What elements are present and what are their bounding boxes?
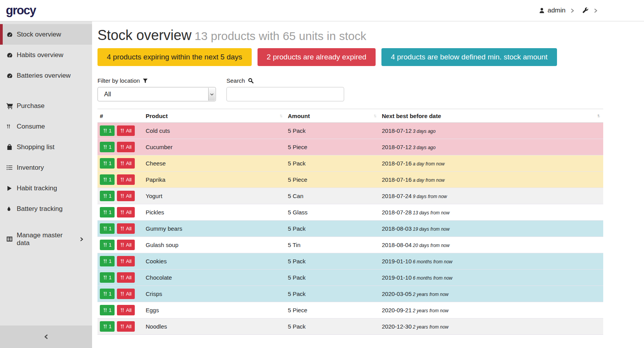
search-label-text: Search (226, 77, 245, 84)
utensils-icon (120, 209, 124, 215)
sidebar-item-purchase[interactable]: Purchase (0, 96, 92, 116)
consume-one-button[interactable]: 1 (100, 289, 115, 299)
consume-one-button[interactable]: 1 (100, 321, 115, 332)
consume-all-button[interactable]: All (117, 289, 134, 299)
consume-all-button[interactable]: All (117, 256, 134, 266)
user-menu[interactable]: admin (539, 7, 566, 14)
utensils-icon (120, 177, 124, 183)
utensils-icon (103, 160, 107, 166)
product-amount: 5 Glass (285, 204, 379, 221)
sidebar-collapse-button[interactable] (0, 325, 92, 348)
consume-all-button[interactable]: All (117, 158, 134, 169)
search-group: Search (226, 77, 344, 101)
consume-one-button[interactable]: 1 (100, 174, 115, 185)
consume-all-button[interactable]: All (117, 321, 134, 332)
consume-all-button[interactable]: All (117, 223, 134, 234)
chevron-right-icon (79, 237, 87, 242)
consume-one-label: 1 (109, 209, 111, 215)
sidebar-item-label: Consume (17, 123, 45, 130)
product-amount: 5 Pack (285, 270, 379, 286)
consume-one-label: 1 (109, 258, 111, 264)
sidebar-item-label: Battery tracking (17, 205, 63, 213)
consume-one-button[interactable]: 1 (100, 240, 115, 250)
utensils-icon (120, 324, 124, 329)
tachometer-icon (6, 52, 14, 59)
utensils-icon (103, 275, 107, 280)
consume-one-label: 1 (109, 144, 111, 150)
app-logo[interactable]: grocy (6, 3, 36, 17)
consume-all-button[interactable]: All (117, 125, 134, 136)
column-header-product[interactable]: Product↑↓ (143, 109, 285, 123)
consume-one-label: 1 (109, 307, 111, 313)
search-input[interactable] (226, 87, 344, 101)
settings-menu[interactable] (582, 7, 589, 14)
consume-all-button[interactable]: All (117, 272, 134, 283)
row-actions: 1All (100, 191, 140, 201)
date-value: 2018-07-12 (382, 127, 412, 134)
product-amount: 5 Piece (285, 172, 379, 188)
utensils-icon (103, 242, 107, 248)
list-icon (6, 164, 14, 171)
product-amount: 5 Pack (285, 123, 379, 139)
sidebar-item-label: Habit tracking (17, 184, 57, 192)
consume-all-button[interactable]: All (117, 142, 134, 152)
utensils-icon (6, 124, 14, 129)
best-before-date: 2018-07-16a day from now (379, 155, 603, 172)
consume-one-button[interactable]: 1 (100, 223, 115, 234)
table-header-row: #Product↑↓Amount↑↓Next best before date↑… (97, 109, 603, 123)
sidebar-item-battery-tracking[interactable]: Battery tracking (0, 198, 92, 219)
consume-all-button[interactable]: All (117, 174, 134, 185)
consume-one-button[interactable]: 1 (100, 142, 115, 152)
alert-expired[interactable]: 2 products are already expired (258, 48, 376, 66)
consume-one-button[interactable]: 1 (100, 305, 115, 315)
consume-one-button[interactable]: 1 (100, 256, 115, 266)
date-relative: 2 years from now (413, 324, 449, 330)
alert-expiring[interactable]: 4 products expiring within the next 5 da… (97, 48, 252, 66)
table-icon (6, 236, 14, 242)
row-actions: 1All (100, 158, 140, 169)
consume-one-button[interactable]: 1 (100, 272, 115, 283)
table-header: #Product↑↓Amount↑↓Next best before date↑… (97, 109, 603, 123)
sidebar-item-habit-tracking[interactable]: Habit tracking (0, 178, 92, 198)
row-actions: 1All (100, 289, 140, 299)
consume-one-button[interactable]: 1 (100, 125, 115, 136)
sidebar-item-batteries-overview[interactable]: Batteries overview (0, 65, 92, 86)
product-name: Eggs (143, 302, 285, 318)
sidebar-item-consume[interactable]: Consume (0, 116, 92, 137)
consume-all-button[interactable]: All (117, 240, 134, 250)
consume-all-label: All (126, 307, 131, 313)
consume-one-button[interactable]: 1 (100, 191, 115, 201)
column-header-amount[interactable]: Amount↑↓ (285, 109, 379, 123)
filters-row: Filter by location All Search (97, 77, 603, 101)
sidebar-item-inventory[interactable]: Inventory (0, 157, 92, 178)
consume-one-label: 1 (109, 128, 111, 134)
sidebar-item-stock-overview[interactable]: Stock overview (0, 24, 92, 45)
utensils-icon (120, 226, 124, 231)
location-select[interactable]: All (97, 87, 216, 101)
table-row: 1AllCrisps5 Pack2020-03-052 years from n… (97, 286, 603, 302)
sidebar-item-manage-master-data[interactable]: Manage master data (0, 229, 92, 249)
consume-all-label: All (126, 226, 131, 231)
shopping-bag-icon (6, 144, 14, 150)
best-before-date: 2018-07-2813 days from now (379, 204, 603, 221)
best-before-date: 2019-01-106 months from now (379, 253, 603, 270)
best-before-date: 2019-01-106 months from now (379, 270, 603, 286)
product-name: Cookies (143, 253, 285, 270)
sidebar-group: Stock overviewHabits overviewBatteries o… (0, 24, 92, 86)
alert-below-min-stock[interactable]: 4 products are below defined min. stock … (381, 48, 557, 66)
consume-all-button[interactable]: All (117, 305, 134, 315)
utensils-icon (103, 193, 107, 199)
consume-all-button[interactable]: All (117, 191, 134, 201)
sidebar-item-shopping-list[interactable]: Shopping list (0, 137, 92, 157)
consume-all-button[interactable]: All (117, 207, 134, 218)
date-value: 2020-09-21 (382, 307, 412, 313)
search-label: Search (226, 77, 344, 84)
sidebar: Stock overviewHabits overviewBatteries o… (0, 21, 92, 348)
table-row: 1AllCold cuts5 Pack2018-07-123 days ago (97, 123, 603, 139)
consume-one-button[interactable]: 1 (100, 158, 115, 169)
row-actions: 1All (100, 321, 140, 332)
tachometer-icon (6, 72, 14, 79)
column-header-next-best-before-date[interactable]: Next best before date↑↓ (379, 109, 603, 123)
sidebar-item-habits-overview[interactable]: Habits overview (0, 45, 92, 65)
consume-one-button[interactable]: 1 (100, 207, 115, 218)
